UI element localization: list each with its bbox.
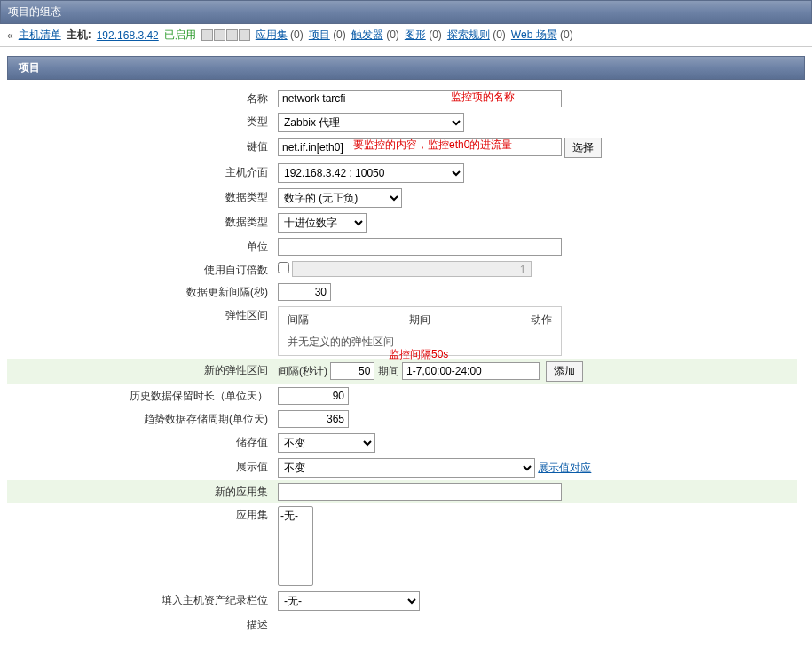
- nav-link-items[interactable]: 项目: [309, 28, 330, 41]
- item-form: 名称 监控项的名称 类型 Zabbix 代理 键值 选择 要监控的内容，监控et…: [7, 87, 797, 636]
- nav-item: 触发器 (0): [351, 28, 399, 43]
- add-button[interactable]: 添加: [546, 361, 583, 382]
- new-flex-interval-input[interactable]: [330, 362, 374, 380]
- indicator-icon: [239, 29, 250, 41]
- update-interval-input[interactable]: [278, 283, 331, 301]
- host-ip-link[interactable]: 192.168.3.42: [97, 29, 159, 42]
- nav-item: 探索规则 (0): [447, 28, 506, 43]
- label-show: 展示值: [7, 455, 273, 480]
- label-inventory: 填入主机资产纪录栏位: [7, 589, 273, 613]
- label-interface: 主机介面: [7, 161, 273, 186]
- nav-item: 图形 (0): [405, 28, 442, 43]
- inline-label-interval: 间隔(秒计): [278, 365, 327, 377]
- nav-link-apps[interactable]: 应用集: [256, 28, 288, 41]
- col-period: 期间: [409, 312, 430, 328]
- nav-link-graphs[interactable]: 图形: [405, 28, 426, 41]
- label-trends: 趋势数据存储周期(单位天): [7, 407, 273, 431]
- host-indicator-icons: [201, 29, 250, 41]
- status-enabled: 已启用: [164, 28, 196, 43]
- label-description: 描述: [7, 613, 273, 636]
- data-type2-select[interactable]: 十进位数字: [278, 213, 367, 233]
- col-interval: 间隔: [288, 312, 309, 328]
- interface-select[interactable]: 192.168.3.42 : 10050: [278, 163, 464, 183]
- label-apps: 应用集: [7, 503, 273, 589]
- nav-link-discovery[interactable]: 探索规则: [447, 28, 490, 41]
- label-history: 历史数据保留时长（单位天）: [7, 384, 273, 407]
- inline-label-period: 期间: [378, 365, 399, 377]
- nav-link-triggers[interactable]: 触发器: [351, 28, 383, 41]
- type-select[interactable]: Zabbix 代理: [278, 113, 464, 132]
- section-header: 项目: [7, 56, 805, 80]
- label-store: 储存值: [7, 431, 273, 455]
- label-key: 键值: [7, 135, 273, 161]
- nav-item: 应用集 (0): [256, 28, 304, 43]
- key-input[interactable]: [278, 138, 562, 156]
- host-label: 主机:: [67, 28, 91, 43]
- label-name: 名称: [7, 87, 273, 110]
- label-data-type: 数据类型: [7, 186, 273, 210]
- breadcrumb: « 主机清单 主机: 192.168.3.42 已启用 应用集 (0) 项目 (…: [0, 24, 812, 47]
- label-flex-intervals: 弹性区间: [7, 304, 273, 359]
- label-multiplier: 使用自订倍数: [7, 258, 273, 281]
- nav-link-web[interactable]: Web 场景: [511, 28, 557, 41]
- new-app-input[interactable]: [278, 483, 562, 501]
- apps-listbox[interactable]: -无-: [278, 506, 313, 586]
- new-flex-period-input[interactable]: [402, 362, 540, 380]
- data-type-select[interactable]: 数字的 (无正负): [278, 188, 402, 208]
- multiplier-value: 1: [292, 261, 532, 277]
- label-update-interval: 数据更新间隔(秒): [7, 281, 273, 304]
- flex-empty-text: 并无定义的的弹性区间: [288, 335, 552, 350]
- indicator-icon: [214, 29, 225, 41]
- label-type: 类型: [7, 110, 273, 135]
- title-bar: 项目的组态: [0, 0, 812, 24]
- nav-item: Web 场景 (0): [511, 28, 573, 43]
- back-link[interactable]: 主机清单: [19, 28, 61, 43]
- key-select-button[interactable]: 选择: [564, 138, 602, 158]
- name-input[interactable]: [278, 90, 562, 107]
- indicator-icon: [226, 29, 238, 41]
- multiplier-checkbox[interactable]: [278, 262, 289, 273]
- back-arrow: «: [7, 29, 13, 42]
- show-select[interactable]: 不变: [278, 458, 535, 478]
- inventory-select[interactable]: -无-: [278, 591, 420, 611]
- label-new-flex: 新的弹性区间: [7, 359, 273, 384]
- show-value-mapping-link[interactable]: 展示值对应: [538, 462, 591, 474]
- history-input[interactable]: [278, 387, 349, 405]
- nav-item: 项目 (0): [309, 28, 346, 43]
- label-data-type2: 数据类型: [7, 210, 273, 235]
- indicator-icon: [201, 29, 213, 41]
- label-unit: 单位: [7, 235, 273, 258]
- label-new-app: 新的应用集: [7, 480, 273, 503]
- col-action: 动作: [531, 312, 552, 328]
- flex-intervals-box: 间隔 期间 动作 并无定义的的弹性区间: [278, 306, 562, 356]
- trends-input[interactable]: [278, 410, 349, 428]
- unit-input[interactable]: [278, 238, 562, 256]
- store-select[interactable]: 不变: [278, 433, 375, 453]
